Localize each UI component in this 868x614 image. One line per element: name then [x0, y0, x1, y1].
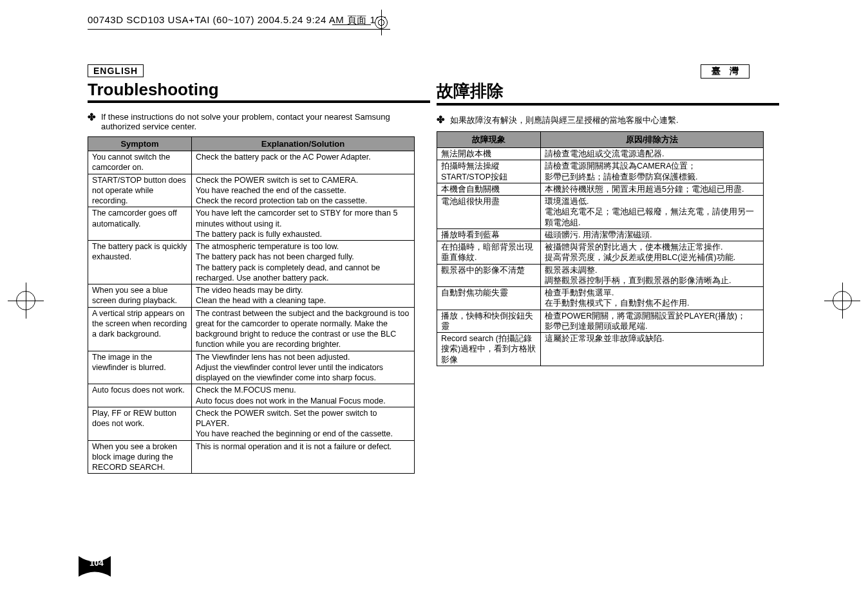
symptom-cell: 觀景器中的影像不清楚 — [437, 264, 541, 287]
explanation-cell: Check the M.FOCUS menu. Auto focus does … — [192, 384, 415, 407]
table-row: Auto focus does not work.Check the M.FOC… — [88, 384, 415, 407]
explanation-cell: The Viewfinder lens has not been adjuste… — [192, 351, 415, 384]
symptom-cell: The image in the viewfinder is blurred. — [88, 351, 192, 384]
table-row: The image in the viewfinder is blurred.T… — [88, 351, 415, 384]
table-row: When you see a broken block image during… — [88, 440, 415, 474]
symptom-cell: 自動對焦功能失靈 — [437, 287, 541, 310]
th-explanation: Explanation/Solution — [192, 137, 415, 151]
title-underline-en — [88, 100, 430, 103]
symptom-cell: When you see a blue screen during playba… — [88, 284, 192, 308]
bullet-icon: ✤ — [88, 111, 96, 131]
table-row: 在拍攝時，暗部背景出現垂直條紋.被攝體與背景的對比過大，使本機無法正常操作. 提… — [437, 241, 764, 265]
registration-mark-right — [833, 291, 852, 310]
table-row: 觀景器中的影像不清楚觀景器未調整. 調整觀景器控制手柄，直到觀景器的影像清晰為止… — [437, 264, 764, 287]
table-row: Record search (拍攝記錄搜索)過程中，看到方格狀影像這屬於正常現象… — [437, 333, 764, 366]
symptom-cell: 電池組很快用盡 — [437, 196, 541, 229]
table-row: 電池組很快用盡環境溫過低. 電池組充電不足；電池組已報廢，無法充電，請使用另一顆… — [437, 196, 764, 229]
explanation-cell: 磁頭髒污. 用清潔帶清潔磁頭. — [541, 228, 764, 241]
explanation-cell: You have left the camcorder set to STBY … — [192, 207, 415, 241]
table-row: When you see a blue screen during playba… — [88, 284, 415, 308]
explanation-cell: 被攝體與背景的對比過大，使本機無法正常操作. 提高背景亮度，減少反差或使用BLC… — [541, 241, 764, 265]
th-explanation-zh: 原因/排除方法 — [541, 132, 764, 148]
troubleshooting-table-en: Symptom Explanation/Solution You cannot … — [88, 136, 415, 474]
symptom-cell: The battery pack is quickly exhausted. — [88, 241, 192, 284]
explanation-cell: The video heads may be dirty. Clean the … — [192, 284, 415, 308]
registration-mark-left — [16, 291, 35, 310]
explanation-cell: The contrast between the subject and the… — [192, 307, 415, 351]
troubleshooting-table-zh: 故障現象 原因/排除方法 無法開啟本機請檢查電池組或交流電源適配器.拍攝時無法操… — [437, 131, 764, 366]
table-row: 自動對焦功能失靈檢查手動對焦選單. 在手動對焦模式下，自動對焦不起作用. — [437, 287, 764, 310]
bullet-icon: ✤ — [437, 114, 445, 126]
explanation-cell: 檢查POWER開關，將電源開關設置於PLAYER(播放)； 影帶已到達最開頭或最… — [541, 310, 764, 333]
language-label-english: ENGLISH — [88, 64, 144, 77]
symptom-cell: Auto focus does not work. — [88, 384, 192, 407]
color-registration-icon — [375, 16, 388, 29]
table-row: 拍攝時無法操縱START/STOP按鈕請檢查電源開關將其設為CAMERA位置； … — [437, 160, 764, 183]
intro-zh: ✤ 如果故障沒有解決，則應請與經三星授權的當地客服中心連繫. — [437, 115, 779, 126]
th-symptom-zh: 故障現象 — [437, 132, 541, 148]
table-row: 播放，快轉和快倒按鈕失靈檢查POWER開關，將電源開關設置於PLAYER(播放)… — [437, 310, 764, 333]
table-row: START/STOP button does not operate while… — [88, 174, 415, 207]
explanation-cell: 請檢查電池組或交流電源適配器. — [541, 148, 764, 160]
time-underline — [332, 24, 371, 25]
explanation-cell: 本機於待機狀態，閒置未用超過5分鐘；電池組已用盡. — [541, 183, 764, 195]
table-row: A vertical strip appears on the screen w… — [88, 307, 415, 351]
page-number: 104 — [90, 558, 104, 568]
symptom-cell: 播放，快轉和快倒按鈕失靈 — [437, 310, 541, 333]
table-row: The camcorder goes off automatically.You… — [88, 207, 415, 241]
left-column: Troubleshooting ✤ If these instructions … — [88, 80, 430, 474]
symptom-cell: Play, FF or REW button does not work. — [88, 407, 192, 440]
explanation-cell: The atmospheric temperature is too low. … — [192, 241, 415, 284]
header-underline — [88, 29, 390, 30]
page-number-badge: 104 — [79, 544, 111, 577]
explanation-cell: Check the POWER switch is set to CAMERA.… — [192, 174, 415, 207]
symptom-cell: Record search (拍攝記錄搜索)過程中，看到方格狀影像 — [437, 333, 541, 366]
table-row: The battery pack is quickly exhausted.Th… — [88, 241, 415, 284]
section-title-zh: 故障排除 — [437, 80, 779, 102]
table-row: You cannot switch the camcorder on.Check… — [88, 151, 415, 174]
symptom-cell: START/STOP button does not operate while… — [88, 174, 192, 207]
section-title-en: Troubleshooting — [88, 80, 430, 100]
intro-text-en: If these instructions do not solve your … — [101, 112, 430, 131]
title-underline-zh — [437, 103, 779, 106]
symptom-cell: 播放時看到藍幕 — [437, 228, 541, 241]
explanation-cell: 請檢查電源開關將其設為CAMERA位置； 影帶已到終點；請檢查影帶防寫保護標籤. — [541, 160, 764, 183]
explanation-cell: This is normal operation and it is not a… — [192, 440, 415, 474]
explanation-cell: 檢查手動對焦選單. 在手動對焦模式下，自動對焦不起作用. — [541, 287, 764, 310]
th-symptom: Symptom — [88, 137, 192, 151]
explanation-cell: Check the battery pack or the AC Power A… — [192, 151, 415, 174]
intro-en: ✤ If these instructions do not solve you… — [88, 112, 430, 131]
explanation-cell: Check the POWER switch. Set the power sw… — [192, 407, 415, 440]
symptom-cell: When you see a broken block image during… — [88, 440, 192, 474]
right-column: 故障排除 ✤ 如果故障沒有解決，則應請與經三星授權的當地客服中心連繫. 故障現象 — [437, 80, 779, 474]
symptom-cell: You cannot switch the camcorder on. — [88, 151, 192, 174]
table-row: 無法開啟本機請檢查電池組或交流電源適配器. — [437, 148, 764, 160]
language-label-chinese: 臺 灣 — [701, 64, 750, 79]
symptom-cell: 本機會自動關機 — [437, 183, 541, 195]
explanation-cell: 環境溫過低. 電池組充電不足；電池組已報廢，無法充電，請使用另一顆電池組. — [541, 196, 764, 229]
table-row: 本機會自動關機本機於待機狀態，閒置未用超過5分鐘；電池組已用盡. — [437, 183, 764, 195]
table-row: Play, FF or REW button does not work.Che… — [88, 407, 415, 440]
symptom-cell: 拍攝時無法操縱START/STOP按鈕 — [437, 160, 541, 183]
symptom-cell: 在拍攝時，暗部背景出現垂直條紋. — [437, 241, 541, 265]
table-row: 播放時看到藍幕磁頭髒污. 用清潔帶清潔磁頭. — [437, 228, 764, 241]
explanation-cell: 這屬於正常現象並非故障或缺陷. — [541, 333, 764, 366]
symptom-cell: A vertical strip appears on the screen w… — [88, 307, 192, 351]
symptom-cell: 無法開啟本機 — [437, 148, 541, 160]
intro-text-zh: 如果故障沒有解決，則應請與經三星授權的當地客服中心連繫. — [450, 115, 679, 126]
symptom-cell: The camcorder goes off automatically. — [88, 207, 192, 241]
explanation-cell: 觀景器未調整. 調整觀景器控制手柄，直到觀景器的影像清晰為止. — [541, 264, 764, 287]
